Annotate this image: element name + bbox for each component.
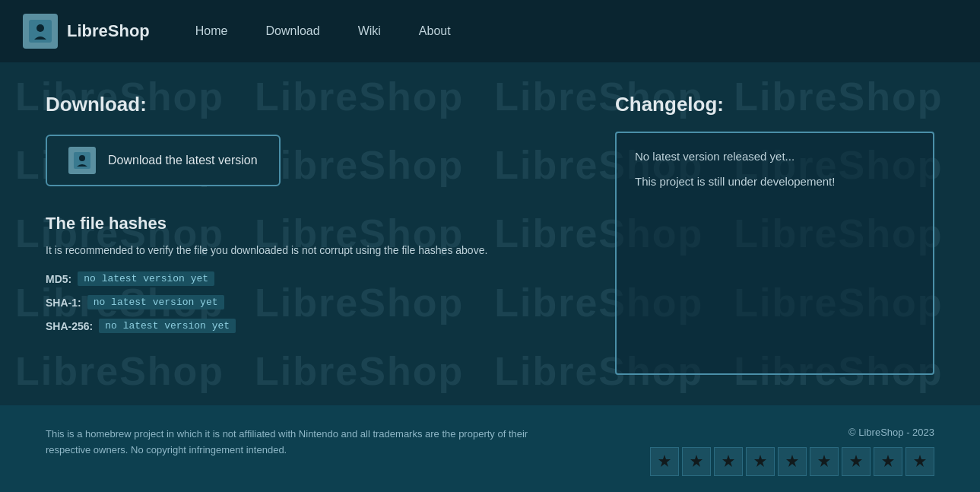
nav-home[interactable]: Home bbox=[195, 24, 228, 38]
logo-area: LibreShop bbox=[23, 14, 150, 49]
sha1-value: no latest version yet bbox=[87, 295, 224, 309]
logo-text: LibreShop bbox=[67, 21, 150, 41]
md5-value: no latest version yet bbox=[78, 271, 214, 286]
changelog-line2: This project is still under developement… bbox=[635, 175, 915, 188]
changelog-heading: Changelog: bbox=[615, 93, 934, 116]
footer-icon-5 bbox=[778, 447, 807, 476]
footer-icon-7 bbox=[842, 447, 871, 476]
footer-icon-6 bbox=[810, 447, 839, 476]
footer-right: © LibreShop - 2023 bbox=[650, 427, 934, 476]
nav-download[interactable]: Download bbox=[265, 24, 319, 38]
logo-icon bbox=[23, 14, 58, 49]
sha1-row: SHA-1: no latest version yet bbox=[46, 295, 569, 309]
sha1-label: SHA-1: bbox=[46, 297, 81, 309]
download-btn-label: Download the latest version bbox=[108, 154, 258, 167]
changelog-box: No latest version released yet... This p… bbox=[615, 132, 934, 375]
footer-icon-8 bbox=[874, 447, 902, 476]
footer-disclaimer: This is a homebrew project in which it i… bbox=[46, 427, 547, 459]
footer-icon-2 bbox=[682, 447, 711, 476]
main-content: LibreShopLibreShopLibreShopLibreShop Lib… bbox=[0, 62, 980, 405]
footer-icons bbox=[650, 447, 934, 476]
left-column: Download: Download the latest version Th… bbox=[46, 93, 569, 375]
changelog-line1: No latest version released yet... bbox=[635, 150, 915, 163]
hash-description: It is recommended to verify the file you… bbox=[46, 244, 569, 256]
download-button[interactable]: Download the latest version bbox=[46, 135, 281, 186]
download-heading: Download: bbox=[46, 93, 569, 116]
file-hashes-heading: The file hashes bbox=[46, 214, 569, 233]
nav-wiki[interactable]: Wiki bbox=[358, 24, 381, 38]
main-nav: Home Download Wiki About bbox=[195, 24, 451, 38]
footer: This is a homebrew project in which it i… bbox=[0, 405, 980, 492]
svg-point-3 bbox=[79, 155, 85, 161]
md5-label: MD5: bbox=[46, 273, 71, 285]
sha256-value: no latest version yet bbox=[99, 319, 236, 333]
sha256-row: SHA-256: no latest version yet bbox=[46, 319, 569, 333]
md5-row: MD5: no latest version yet bbox=[46, 271, 569, 286]
footer-icon-4 bbox=[746, 447, 775, 476]
nav-about[interactable]: About bbox=[419, 24, 451, 38]
header: LibreShop Home Download Wiki About bbox=[0, 0, 980, 62]
footer-icon-3 bbox=[714, 447, 743, 476]
footer-icon-9 bbox=[905, 447, 934, 476]
sha256-label: SHA-256: bbox=[46, 320, 93, 332]
svg-point-1 bbox=[36, 24, 44, 32]
download-btn-icon bbox=[68, 147, 96, 174]
footer-icon-1 bbox=[650, 447, 679, 476]
right-column: Changelog: No latest version released ye… bbox=[615, 93, 934, 375]
footer-copyright: © LibreShop - 2023 bbox=[848, 427, 934, 438]
